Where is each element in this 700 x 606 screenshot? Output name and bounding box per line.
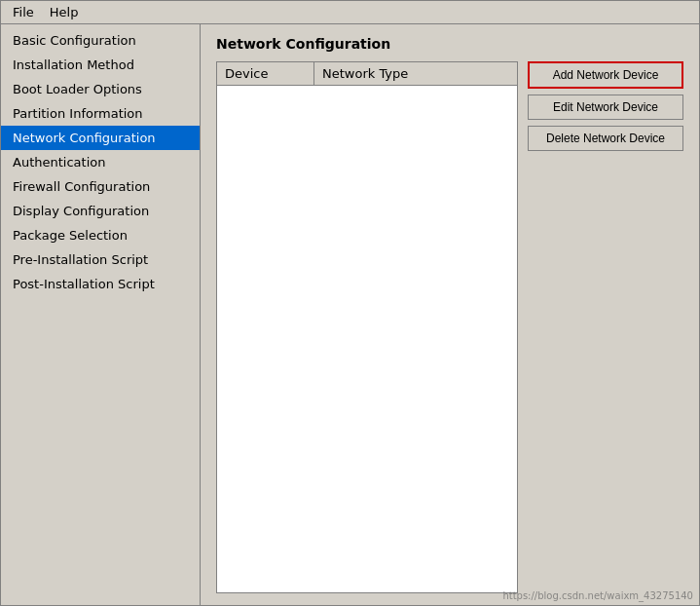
sidebar-item-partition-information[interactable]: Partition Information bbox=[1, 101, 200, 126]
content-area: Device Network Type Add Network Device E… bbox=[216, 61, 683, 593]
table-body bbox=[217, 86, 517, 592]
delete-network-device-button[interactable]: Delete Network Device bbox=[528, 126, 683, 151]
device-table: Device Network Type bbox=[216, 61, 518, 593]
table-col-device-header: Device bbox=[217, 62, 314, 85]
menubar: File Help bbox=[1, 1, 699, 24]
main-content: Basic Configuration Installation Method … bbox=[1, 24, 699, 605]
main-window: File Help Basic Configuration Installati… bbox=[0, 0, 700, 606]
sidebar-item-installation-method[interactable]: Installation Method bbox=[1, 53, 200, 77]
sidebar-item-display-configuration[interactable]: Display Configuration bbox=[1, 199, 200, 223]
add-network-device-button[interactable]: Add Network Device bbox=[528, 61, 683, 89]
buttons-area: Add Network Device Edit Network Device D… bbox=[518, 61, 683, 593]
sidebar-item-basic-configuration[interactable]: Basic Configuration bbox=[1, 28, 200, 53]
table-col-network-type-header: Network Type bbox=[314, 62, 517, 85]
sidebar-item-post-installation-script[interactable]: Post-Installation Script bbox=[1, 272, 200, 296]
sidebar-item-pre-installation-script[interactable]: Pre-Installation Script bbox=[1, 247, 200, 272]
sidebar-item-firewall-configuration[interactable]: Firewall Configuration bbox=[1, 174, 200, 199]
sidebar: Basic Configuration Installation Method … bbox=[1, 24, 201, 605]
table-header: Device Network Type bbox=[217, 62, 517, 86]
right-panel: Network Configuration Device Network Typ… bbox=[201, 24, 699, 605]
sidebar-item-authentication[interactable]: Authentication bbox=[1, 150, 200, 174]
panel-title: Network Configuration bbox=[216, 36, 683, 52]
edit-network-device-button[interactable]: Edit Network Device bbox=[528, 95, 683, 120]
menu-help[interactable]: Help bbox=[42, 3, 87, 21]
sidebar-item-network-configuration[interactable]: Network Configuration bbox=[1, 126, 200, 150]
menu-file[interactable]: File bbox=[5, 3, 42, 21]
watermark: https://blog.csdn.net/waixm_43275140 bbox=[502, 590, 693, 601]
sidebar-item-boot-loader-options[interactable]: Boot Loader Options bbox=[1, 77, 200, 101]
sidebar-item-package-selection[interactable]: Package Selection bbox=[1, 223, 200, 247]
